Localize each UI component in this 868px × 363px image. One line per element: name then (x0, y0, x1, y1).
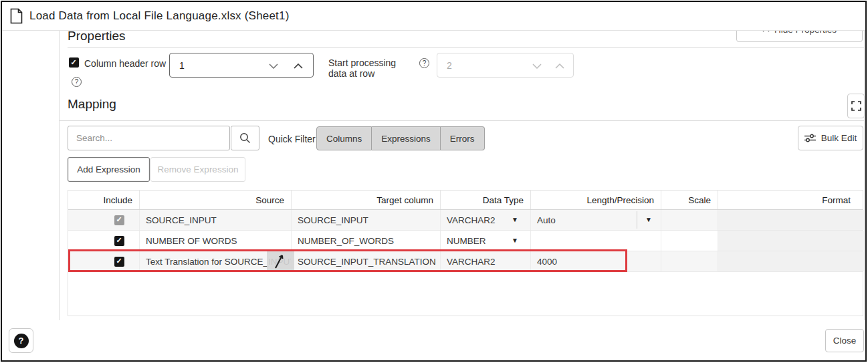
data-type-cell[interactable]: NUMBER▼ (441, 231, 531, 251)
column-header-row-checkbox[interactable] (69, 57, 79, 68)
close-label: Close (833, 336, 857, 346)
column-header-help-icon[interactable]: ? (72, 77, 82, 87)
chevron-down-icon[interactable] (269, 64, 278, 69)
properties-divider (68, 47, 864, 48)
include-checkbox[interactable] (114, 257, 124, 267)
target-cell[interactable]: NUMBER_OF_WORDS (292, 231, 441, 251)
content-panel-right-border (864, 31, 865, 320)
table-header-row: Include Source Target column Data Type L… (68, 191, 863, 210)
table-row: SOURCE_INPUT SOURCE_INPUT VARCHAR2▼ Auto… (68, 210, 863, 231)
include-checkbox[interactable] (114, 236, 124, 246)
dialog-title: Load Data from Local File Language.xlsx … (29, 9, 290, 23)
header-include[interactable]: Include (68, 191, 140, 209)
mapping-table: Include Source Target column Data Type L… (68, 190, 863, 316)
start-processing-value: 2 (437, 60, 573, 71)
header-format[interactable]: Format (718, 191, 864, 209)
title-bar: Load Data from Local File Language.xlsx … (2, 2, 865, 31)
add-expression-label: Add Expression (77, 164, 140, 174)
include-cell (68, 251, 140, 271)
remove-expression-label: Remove Expression (158, 164, 239, 174)
mapping-divider (60, 120, 864, 121)
include-checkbox (114, 215, 124, 225)
filter-errors-button[interactable]: Errors (441, 126, 485, 150)
table-row: NUMBER OF WORDS NUMBER_OF_WORDS NUMBER▼ (68, 231, 863, 251)
start-processing-label: Start processing data at row (328, 57, 413, 79)
chevron-up-icon (555, 64, 564, 69)
header-source[interactable]: Source (140, 191, 292, 209)
search-icon (239, 132, 251, 144)
cell-divider (637, 211, 637, 229)
format-cell[interactable] (718, 251, 864, 271)
include-cell (68, 231, 140, 251)
header-scale[interactable]: Scale (661, 191, 718, 209)
length-precision-cell[interactable]: 4000 (531, 251, 661, 271)
data-type-cell[interactable]: VARCHAR2 (441, 251, 531, 271)
content-panel-left-border (59, 31, 60, 320)
source-cell[interactable]: SOURCE_INPUT (140, 210, 292, 230)
quick-filter-label: Quick Filter: (268, 134, 318, 144)
help-button[interactable]: ? (9, 328, 33, 353)
close-button[interactable]: Close (825, 329, 864, 352)
properties-heading: Properties (68, 29, 126, 43)
scale-cell[interactable] (661, 251, 718, 271)
add-expression-button[interactable]: Add Expression (68, 157, 150, 182)
sliders-icon (804, 134, 816, 142)
target-cell[interactable]: SOURCE_INPUT (292, 210, 441, 230)
scale-cell[interactable] (661, 231, 718, 251)
search-input[interactable] (68, 133, 229, 143)
column-header-row-value: 1 (170, 60, 313, 71)
start-processing-spinner: 2 (437, 53, 574, 78)
search-box (68, 126, 230, 150)
dialog-window: Hide Properties Properties Load Data fro… (1, 1, 867, 362)
target-cell[interactable]: SOURCE_INPUT_TRANSLATION (292, 251, 441, 271)
chevron-up-icon[interactable] (294, 64, 303, 69)
length-precision-cell[interactable] (531, 231, 661, 251)
filter-columns-button[interactable]: Columns (316, 126, 372, 150)
length-precision-cell[interactable]: Auto▼ (531, 210, 661, 230)
dropdown-arrow-icon[interactable]: ▼ (512, 216, 518, 223)
bulk-edit-label: Bulk Edit (821, 133, 857, 143)
cursor-icon (273, 253, 286, 269)
bulk-edit-button[interactable]: Bulk Edit (798, 126, 863, 150)
filter-expressions-button[interactable]: Expressions (372, 126, 441, 150)
expand-icon (851, 101, 861, 111)
data-type-cell[interactable]: VARCHAR2▼ (441, 210, 531, 230)
scale-cell[interactable] (661, 210, 718, 230)
include-cell (68, 210, 140, 230)
help-icon: ? (14, 334, 29, 348)
source-cell[interactable]: NUMBER OF WORDS (140, 231, 292, 251)
dropdown-arrow-icon[interactable]: ▼ (512, 237, 518, 244)
quick-filter-group: Columns Expressions Errors (316, 126, 485, 150)
format-cell[interactable] (718, 231, 864, 251)
dropdown-arrow-icon[interactable]: ▼ (645, 216, 652, 223)
header-data-type[interactable]: Data Type (441, 191, 531, 209)
file-icon (10, 8, 23, 24)
column-header-row-label: Column header row (84, 58, 166, 69)
search-button[interactable] (231, 126, 259, 150)
chevron-down-icon (532, 64, 542, 69)
remove-expression-button: Remove Expression (150, 157, 245, 182)
start-processing-help-icon[interactable]: ? (419, 58, 429, 68)
format-cell[interactable] (718, 210, 864, 230)
header-target-column[interactable]: Target column (292, 191, 441, 209)
header-length-precision[interactable]: Length/Precision (531, 191, 661, 209)
mapping-heading: Mapping (68, 97, 116, 112)
table-row: Text Translation for SOURCE_INPUT to SOU… (68, 251, 863, 272)
column-header-row-spinner[interactable]: 1 (169, 53, 314, 78)
maximize-button[interactable] (847, 94, 865, 118)
